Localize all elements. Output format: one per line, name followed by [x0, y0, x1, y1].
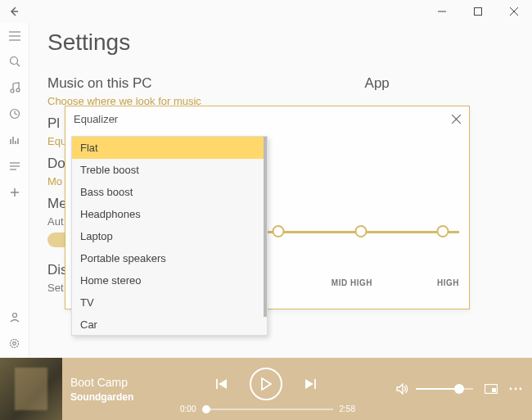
svg-point-25: [12, 314, 16, 318]
preset-option[interactable]: Car: [72, 314, 267, 336]
eq-thumb-midhigh[interactable]: [354, 225, 367, 237]
track-artist: Soundgarden: [70, 391, 185, 403]
track-title: Boot Camp: [70, 376, 185, 389]
equalizer-slider-area: [254, 223, 459, 255]
minimize-button[interactable]: [424, 0, 460, 23]
close-window-button[interactable]: [496, 0, 532, 23]
preset-option[interactable]: Home stereo: [72, 269, 267, 291]
previous-button[interactable]: [215, 377, 228, 391]
svg-line-15: [15, 114, 17, 115]
search-icon[interactable]: [9, 56, 20, 67]
player-right-controls: [396, 383, 522, 395]
play-button[interactable]: [250, 368, 282, 400]
svg-point-27: [13, 342, 16, 345]
page-title: Settings: [47, 29, 514, 56]
playback-controls: [215, 368, 317, 400]
gear-icon[interactable]: [8, 337, 20, 350]
equalizer-modal-title: Equalizer: [74, 113, 118, 125]
account-icon[interactable]: [9, 311, 20, 323]
svg-rect-33: [492, 388, 496, 392]
volume-control: [396, 383, 473, 395]
add-icon[interactable]: [9, 187, 20, 198]
eq-band-labels: MID MID HIGH HIGH: [250, 278, 459, 287]
time-elapsed: 0:00: [180, 404, 196, 413]
volume-slider[interactable]: [416, 388, 473, 390]
svg-point-35: [515, 388, 517, 391]
svg-point-34: [510, 388, 512, 391]
preset-option[interactable]: Treble boost: [72, 159, 267, 181]
more-icon[interactable]: [509, 387, 522, 391]
equalizer-icon[interactable]: [9, 134, 20, 146]
band-label-midhigh: MID HIGH: [331, 278, 372, 287]
eq-thumb-high[interactable]: [436, 225, 449, 237]
preset-option[interactable]: Flat: [72, 137, 267, 159]
preset-option[interactable]: Laptop: [72, 225, 267, 247]
playlist-icon[interactable]: [9, 160, 20, 172]
track-info: Boot Camp Soundgarden: [70, 376, 185, 403]
close-icon[interactable]: [452, 115, 461, 124]
svg-point-8: [10, 57, 17, 65]
equalizer-preset-dropdown: Flat Treble boost Bass boost Headphones …: [71, 136, 268, 336]
album-art[interactable]: [0, 358, 62, 420]
now-playing-icon[interactable]: [485, 384, 498, 394]
music-note-icon[interactable]: [9, 82, 20, 93]
preset-option[interactable]: TV: [72, 291, 267, 314]
section-music-heading: Music on this PC: [47, 75, 152, 92]
volume-icon[interactable]: [396, 383, 409, 395]
eq-thumb-mid[interactable]: [273, 225, 285, 237]
title-bar: [0, 0, 532, 23]
svg-line-9: [16, 64, 20, 67]
back-button[interactable]: [0, 0, 28, 23]
preset-option[interactable]: Bass boost: [72, 181, 267, 203]
preset-option[interactable]: Headphones: [72, 203, 267, 225]
svg-point-11: [16, 88, 20, 92]
dropdown-scrollbar[interactable]: [264, 137, 267, 317]
progress-track[interactable]: [202, 409, 332, 410]
progress-bar[interactable]: 0:00 2:58: [180, 404, 355, 413]
hamburger-icon[interactable]: [9, 31, 20, 41]
preset-option[interactable]: Portable speakers: [72, 247, 267, 269]
svg-point-36: [520, 388, 522, 391]
band-label-high: HIGH: [437, 278, 459, 287]
next-button[interactable]: [304, 377, 317, 391]
maximize-button[interactable]: [460, 0, 496, 23]
svg-point-26: [11, 340, 19, 348]
player-bar: Boot Camp Soundgarden 0:00 2:58: [0, 358, 532, 420]
svg-rect-2: [475, 8, 482, 16]
recent-icon[interactable]: [9, 108, 20, 120]
section-app-heading: App: [365, 75, 390, 92]
time-duration: 2:58: [340, 404, 355, 413]
sidebar: [0, 23, 29, 358]
